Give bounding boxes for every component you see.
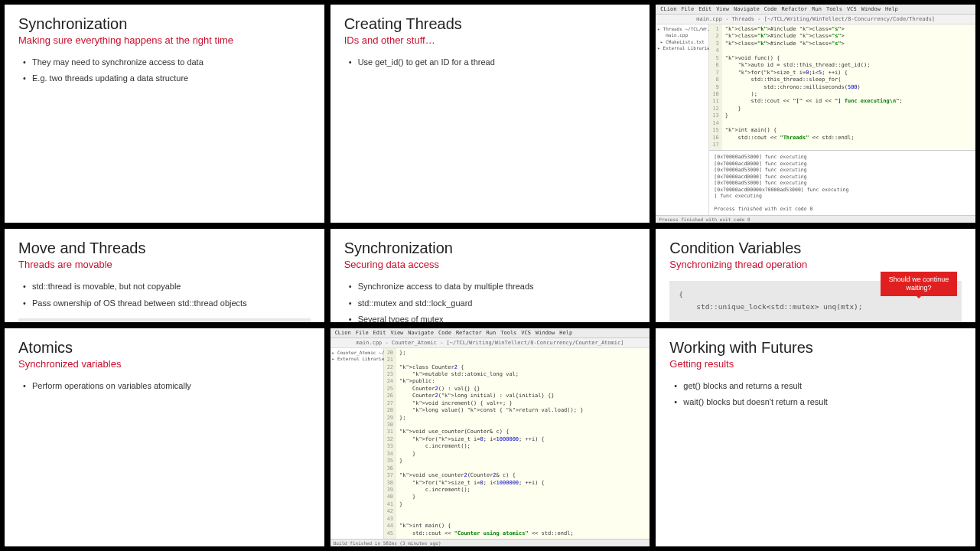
ide-gutter: 1 2 3 4 5 6 7 8 9 10 11 12 13 14 15 16 1… (709, 24, 721, 150)
bullet: Use get_id() to get an ID for a thread (349, 57, 637, 68)
ide-code: "k">class="k">#include "k">class="s"> "k… (722, 24, 906, 150)
ide-titlebar: main.cpp - Threads - [~/TCL/Writing/WinT… (656, 15, 975, 24)
slide-atomics: Atomics Synchronized variables Perform o… (5, 328, 324, 546)
ide-gutter: 20 21 22 23 24 25 26 27 28 29 30 31 32 3… (384, 348, 396, 539)
bullet: They may need to synchronize access to d… (23, 57, 311, 68)
ide-status-bar: Process finished with exit code 0 (656, 215, 975, 223)
ide-threads-screenshot: CLion File Edit View Navigate Code Refac… (656, 5, 975, 223)
slide-title: Working with Futures (669, 339, 962, 357)
code-box: std::thread t1(do_work); std::thread t2 … (18, 318, 311, 321)
bullet-list: get() blocks and returns a result wait()… (669, 380, 962, 409)
bullet: Several types of mutex (349, 314, 637, 321)
ide-menubar: CLion File Edit View Navigate Code Refac… (330, 328, 650, 338)
ide-titlebar: main.cpp - Counter_Atomic - [~/TCL/Writi… (330, 338, 650, 348)
bullet: Perform operations on variables atomical… (23, 380, 311, 392)
slide-subtitle: Getting results (669, 358, 962, 370)
bullet: get() blocks and returns a result (674, 380, 962, 392)
slide-subtitle: Synchronizing thread operation (669, 259, 962, 270)
bullet: std::thread is movable, but not copyable (23, 281, 311, 292)
slide-title: Move and Threads (18, 240, 311, 257)
ide-editor: 1 2 3 4 5 6 7 8 9 10 11 12 13 14 15 16 1… (709, 24, 975, 150)
bullet: wait() blocks but doesn't return a resul… (674, 396, 962, 408)
ide-menubar: CLion File Edit View Navigate Code Refac… (656, 5, 975, 15)
slide-sync-intro: Synchronization Making sure everything h… (5, 5, 324, 223)
ide-code: }; "k">class Counter2 { "k">mutable std:… (396, 348, 586, 539)
slide-move-threads: Move and Threads Threads are movable std… (5, 229, 324, 321)
slide-title: Atomics (18, 339, 311, 357)
slide-subtitle: Threads are movable (18, 259, 311, 270)
bullet: E.g. two threads updating a data structu… (23, 73, 311, 84)
bullet: Pass ownership of OS thread between std:… (23, 298, 311, 309)
ide-atomic-screenshot: CLion File Edit View Navigate Code Refac… (330, 328, 650, 546)
slide-creating-threads: Creating Threads IDs and other stuff… Us… (330, 5, 650, 223)
ide-project-tree: ▸ Counter_Atomic ~/TCL/W... ▸ External L… (330, 348, 384, 539)
bullet-list: Use get_id() to get an ID for a thread (344, 57, 637, 68)
slide-subtitle: Securing data access (344, 259, 637, 270)
slide-title: Synchronization (18, 15, 311, 33)
ide-console: [0x70000ad53000] func executing [0x70000… (709, 150, 975, 215)
slide-title: Condition Variables (669, 240, 962, 257)
bullet-list: They may need to synchronize access to d… (18, 57, 311, 85)
slide-condition-vars: Condition Variables Synchronizing thread… (656, 229, 975, 321)
callout-waiting: Should we continue waiting? (881, 272, 957, 296)
slide-subtitle: Synchronized variables (18, 358, 311, 370)
bullet-list: Synchronize access to data by multiple t… (344, 281, 637, 321)
ide-status-bar: Build finished in 582ms (3 minutes ago) (330, 539, 650, 546)
ide-editor: 20 21 22 23 24 25 26 27 28 29 30 31 32 3… (384, 348, 650, 539)
bullet-list: Perform operations on variables atomical… (18, 380, 311, 392)
bullet: std::mutex and std::lock_guard (349, 298, 637, 309)
slide-subtitle: Making sure everything happens at the ri… (18, 34, 311, 46)
slide-title: Creating Threads (344, 15, 637, 33)
slide-futures: Working with Futures Getting results get… (656, 328, 975, 546)
slide-subtitle: IDs and other stuff… (344, 34, 637, 46)
slide-title: Synchronization (344, 240, 637, 257)
slide-sync-mutex: Synchronization Securing data access Syn… (330, 229, 650, 321)
ide-project-tree: ▸ Threads ~/TCL/Wr... main.cpp ▸ CMakeLi… (656, 24, 709, 215)
bullet: Synchronize access to data by multiple t… (349, 281, 637, 292)
bullet-list: std::thread is movable, but not copyable… (18, 281, 311, 309)
